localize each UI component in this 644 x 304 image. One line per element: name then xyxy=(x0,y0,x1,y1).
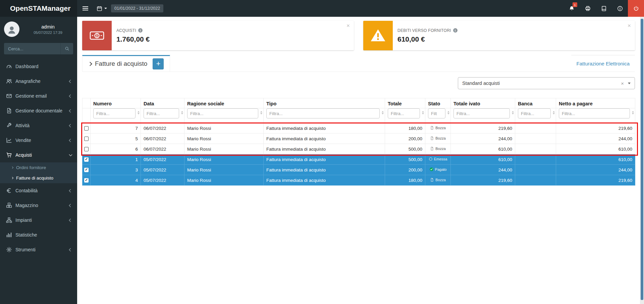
tab-fatturazione-elettronica[interactable]: Fatturazione Elettronica xyxy=(571,55,635,71)
date-range-badge[interactable]: 01/01/2022 - 31/12/2022 xyxy=(111,4,163,12)
sidebar-item-gestione-email[interactable]: Gestione email xyxy=(0,89,77,103)
col-header-totale[interactable]: Totale xyxy=(385,98,425,108)
table-row[interactable]: 6 06/07/2022 Mario Rossi Fattura immedia… xyxy=(83,144,635,154)
filter-input-numero[interactable] xyxy=(93,108,136,118)
col-header-ragione-sociale[interactable]: Ragione sociale xyxy=(184,98,264,108)
info-button[interactable] xyxy=(612,0,628,17)
notifications-button[interactable]: 1 xyxy=(564,0,580,17)
sidebar-item-statistiche[interactable]: Statistiche xyxy=(0,227,77,242)
cell-totale: 180,00 xyxy=(385,175,425,186)
filter-input-totale[interactable] xyxy=(388,108,420,118)
docs-button[interactable] xyxy=(596,0,612,17)
cell-ragione-sociale: Mario Rossi xyxy=(184,175,264,186)
sidebar-item-impianti[interactable]: Impianti xyxy=(0,213,77,227)
filter-input-ragione-sociale[interactable] xyxy=(187,108,258,118)
sort-icon[interactable] xyxy=(553,111,555,114)
search-button[interactable] xyxy=(60,43,73,54)
sort-icon[interactable] xyxy=(260,111,262,114)
sort-icon[interactable] xyxy=(512,111,514,114)
sidebar-item-acquisti[interactable]: Acquisti xyxy=(0,148,77,162)
sidebar-subitem-fatture-di-acquisto[interactable]: Fatture di acquisto xyxy=(0,173,77,183)
card-label: DEBITI VERSO FORNITORI xyxy=(397,28,451,33)
filter-input-tipo[interactable] xyxy=(266,108,380,118)
filter-input-stato[interactable] xyxy=(428,108,445,118)
calendar-dropdown[interactable] xyxy=(93,0,110,17)
search-input[interactable] xyxy=(4,43,60,54)
cell-numero: 5 xyxy=(91,134,141,144)
tab-fatture-di-acquisto[interactable]: Fatture di acquisto + xyxy=(82,55,170,71)
sort-icon[interactable] xyxy=(138,111,140,114)
cell-numero: 1 xyxy=(91,154,141,165)
add-invoice-button[interactable]: + xyxy=(153,58,164,69)
col-header-totale-ivato[interactable]: Totale ivato xyxy=(451,98,515,108)
topbar: OpenSTAManager 01/01/2022 - 31/12/2022 1 xyxy=(0,0,644,17)
help-icon[interactable] xyxy=(138,28,143,33)
close-icon[interactable]: × xyxy=(628,23,631,29)
module-filter-select[interactable]: Standard acquisti × xyxy=(458,77,635,89)
row-checkbox[interactable] xyxy=(84,137,89,141)
draft-icon xyxy=(430,126,434,130)
col-header-stato[interactable]: Stato xyxy=(425,98,451,108)
col-header-numero[interactable]: Numero xyxy=(91,98,141,108)
cell-netto-a-pagare: 244,00 xyxy=(556,165,635,175)
table-row[interactable]: 5 06/07/2022 Mario Rossi Fattura immedia… xyxy=(83,134,635,144)
col-header-netto-a-pagare[interactable]: Netto a pagare xyxy=(556,98,635,108)
row-checkbox[interactable] xyxy=(84,126,89,131)
table-row-selected[interactable]: 1 05/07/2022 Mario Rossi Fattura immedia… xyxy=(83,154,635,165)
cell-totale: 200,00 xyxy=(385,134,425,144)
scrollbar-thumb[interactable] xyxy=(641,19,643,300)
sidebar-subitem-ordini-fornitore[interactable]: Ordini fornitore xyxy=(0,162,77,173)
sort-icon[interactable] xyxy=(422,111,424,114)
info-card-debiti: DEBITI VERSO FORNITORI 610,00 € × xyxy=(363,21,635,50)
filter-input-netto-a-pagare[interactable] xyxy=(559,108,630,118)
help-icon[interactable] xyxy=(453,28,458,33)
table-row-selected[interactable]: 3 05/07/2022 Mario Rossi Fattura immedia… xyxy=(83,165,635,175)
col-header-banca[interactable]: Banca xyxy=(515,98,556,108)
row-checkbox-checked[interactable] xyxy=(84,157,89,162)
app-logo[interactable]: OpenSTAManager xyxy=(0,0,77,17)
sort-icon[interactable] xyxy=(447,111,449,114)
row-checkbox-checked[interactable] xyxy=(84,178,89,183)
sidebar-item-dashboard[interactable]: Dashboard xyxy=(0,59,77,74)
col-header-data[interactable]: Data xyxy=(141,98,184,108)
cell-data: 06/07/2022 xyxy=(141,144,184,154)
cell-totale-ivato: 610,00 xyxy=(451,154,515,165)
boxes-icon xyxy=(6,202,12,208)
col-header-tipo[interactable]: Tipo xyxy=(264,98,385,108)
print-button[interactable] xyxy=(580,0,596,17)
row-checkbox-checked[interactable] xyxy=(84,168,89,172)
cell-ragione-sociale: Mario Rossi xyxy=(184,165,264,175)
sidebar-item-attivita[interactable]: Attività xyxy=(0,118,77,133)
filter-input-banca[interactable] xyxy=(518,108,551,118)
gauge-icon xyxy=(6,63,12,69)
avatar[interactable] xyxy=(4,21,19,37)
sidebar-toggle-button[interactable] xyxy=(77,0,93,17)
sidebar-item-magazzino[interactable]: Magazzino xyxy=(0,198,77,213)
clear-icon[interactable]: × xyxy=(621,81,624,86)
filter-input-data[interactable] xyxy=(144,108,179,118)
close-icon[interactable]: × xyxy=(346,23,350,29)
cell-totale: 500,00 xyxy=(385,154,425,165)
table-row[interactable]: 7 06/07/2022 Mario Rossi Fattura immedia… xyxy=(83,123,635,134)
user-datetime: 05/07/2022 17:39 xyxy=(23,31,73,35)
cell-totale-ivato: 219,60 xyxy=(451,175,515,186)
sort-icon[interactable] xyxy=(181,111,183,114)
scrollbar[interactable] xyxy=(640,17,644,304)
cell-totale: 500,00 xyxy=(385,144,425,154)
cell-netto-a-pagare: 244,00 xyxy=(556,134,635,144)
sort-icon[interactable] xyxy=(632,111,634,114)
sidebar-item-vendite[interactable]: Vendite xyxy=(0,133,77,148)
filter-input-totale-ivato[interactable] xyxy=(453,108,510,118)
row-checkbox[interactable] xyxy=(84,147,89,151)
table-row-selected[interactable]: 4 05/07/2022 Mario Rossi Fattura immedia… xyxy=(83,175,635,186)
paid-check-icon xyxy=(429,167,434,171)
sidebar-item-strumenti[interactable]: Strumenti xyxy=(0,242,77,257)
cell-totale: 180,00 xyxy=(385,123,425,134)
sidebar-item-anagrafiche[interactable]: Anagrafiche xyxy=(0,74,77,89)
logout-button[interactable] xyxy=(628,0,644,17)
cell-tipo: Fattura immediata di acquisto xyxy=(264,123,385,134)
sort-icon[interactable] xyxy=(382,111,384,114)
cell-totale-ivato: 610,00 xyxy=(451,144,515,154)
sidebar-item-contabilita[interactable]: Contabilità xyxy=(0,183,77,198)
sidebar-item-gestione-documentale[interactable]: Gestione documentale xyxy=(0,103,77,118)
